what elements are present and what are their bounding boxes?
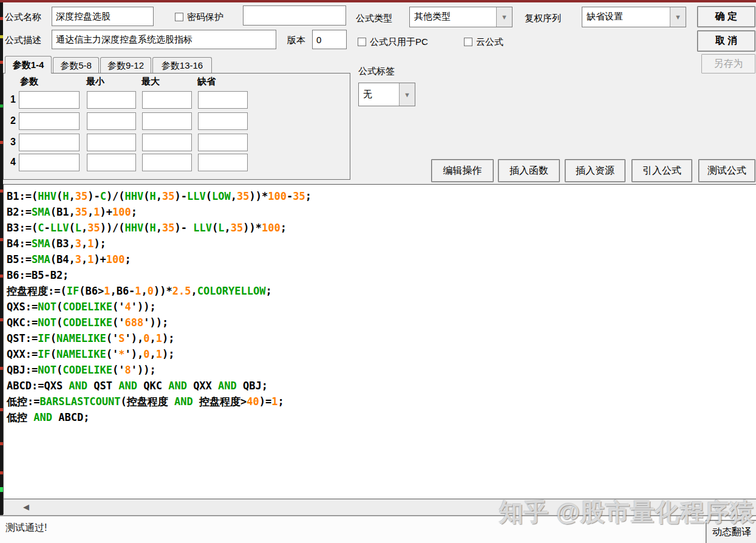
param-input-1-min[interactable] — [87, 91, 136, 109]
edit-operations-button[interactable]: 编辑操作 — [431, 159, 494, 182]
save-as-button[interactable]: 另存为 — [701, 54, 755, 73]
watermark: 知乎 @股市量化程序猿 — [499, 496, 755, 529]
code-line: QBJ:=NOT(CODELIKE('8')); — [7, 362, 756, 378]
cancel-button[interactable]: 取 消 — [697, 30, 755, 52]
code-editor[interactable]: B1:=(HHV(H,35)-C)/(HHV(H,35)-LLV(LOW,35)… — [3, 184, 756, 499]
code-line: B4:=SMA(B3,3,1); — [7, 236, 756, 251]
code-line: B2:=SMA(B1,35,1)+100; — [7, 204, 756, 220]
ok-button[interactable]: 确 定 — [697, 6, 755, 27]
insert-function-button[interactable]: 插入函数 — [498, 159, 560, 182]
code-line: QKC:=NOT(CODELIKE('688')); — [7, 315, 756, 330]
param-row-label: 2 — [10, 115, 16, 126]
param-input-2-max[interactable] — [142, 112, 192, 130]
pc-only-checkbox[interactable] — [358, 38, 366, 46]
test-formula-button[interactable]: 测试公式 — [698, 159, 755, 182]
param-input-4-default[interactable] — [198, 154, 248, 171]
formula-type-value: 其他类型 — [410, 7, 496, 27]
param-input-1-default[interactable] — [198, 91, 248, 109]
param-input-2-default[interactable] — [198, 112, 248, 130]
scroll-left-icon[interactable]: ◀ — [21, 502, 32, 512]
param-input-4-min[interactable] — [87, 154, 136, 171]
code-line: B3:=(C-LLV(L,35))/(HHV(H,35)- LLV(L,35))… — [7, 220, 756, 236]
formula-name-label: 公式名称 — [5, 12, 41, 23]
code-line: 低控:=BARSLASTCOUNT(控盘程度 AND 控盘程度>40)=1; — [7, 394, 756, 409]
tab-params-13-16[interactable]: 参数13-16 — [152, 57, 212, 73]
param-row-label: 4 — [10, 157, 16, 168]
chevron-down-icon[interactable]: ▼ — [496, 7, 512, 27]
formula-type-dropdown[interactable]: 其他类型 ▼ — [409, 7, 513, 27]
adjust-series-dropdown[interactable]: 缺省设置 ▼ — [582, 7, 686, 27]
formula-tag-dropdown[interactable]: 无 ▼ — [358, 83, 415, 106]
param-input-2-name[interactable] — [19, 112, 80, 130]
param-col-header: 参数 — [20, 76, 38, 87]
adjust-series-label: 复权序列 — [525, 13, 561, 24]
status-message: 测试通过! — [5, 522, 47, 534]
formula-editor-dialog: 公式名称 密码保护 公式类型 其他类型 ▼ 复权序列 缺省设置 ▼ 确 定 公式… — [0, 0, 756, 543]
password-input[interactable] — [243, 5, 346, 26]
chevron-down-icon[interactable]: ▼ — [670, 7, 686, 27]
code-line: 控盘程度:=(IF(B6>1,B6-1,0))*2.5,COLORYELLOW; — [7, 283, 756, 299]
code-line: 低控 AND ABCD; — [7, 409, 756, 425]
param-input-1-name[interactable] — [19, 91, 80, 109]
param-col-header: 缺省 — [197, 76, 216, 87]
param-row-label: 1 — [10, 94, 16, 105]
version-label: 版本 — [287, 35, 305, 46]
formula-tag-value: 无 — [359, 83, 399, 106]
cloud-formula-checkbox[interactable] — [464, 38, 472, 46]
code-line: B5:=SMA(B4,3,1)+100; — [7, 251, 756, 267]
param-input-1-max[interactable] — [142, 91, 192, 109]
chevron-down-icon[interactable]: ▼ — [399, 83, 415, 106]
param-row-label: 3 — [10, 137, 16, 148]
window-top-edge — [0, 0, 756, 2]
code-line: QST:=IF(NAMELIKE('S'),0,1); — [7, 330, 756, 346]
tab-params-5-8[interactable]: 参数5-8 — [53, 57, 99, 73]
param-col-header: 最大 — [141, 76, 160, 87]
insert-resource-button[interactable]: 插入资源 — [565, 159, 625, 182]
tab-params-9-12[interactable]: 参数9-12 — [100, 57, 151, 73]
formula-type-label: 公式类型 — [356, 13, 392, 24]
code-line: ABCD:=QXS AND QST AND QKC AND QXX AND QB… — [7, 378, 756, 394]
code-line: B6:=B5-B2; — [7, 267, 756, 283]
code-line: B1:=(HHV(H,35)-C)/(HHV(H,35)-LLV(LOW,35)… — [7, 188, 756, 204]
param-input-4-name[interactable] — [19, 154, 80, 171]
param-input-3-min[interactable] — [87, 134, 136, 151]
param-panel: 参数 最小 最大 缺省 1 2 3 4 — [3, 73, 350, 180]
password-protect-checkbox[interactable] — [175, 13, 183, 21]
version-input[interactable] — [312, 30, 347, 49]
tab-params-1-4[interactable]: 参数1-4 — [5, 56, 52, 73]
param-col-header: 最小 — [86, 76, 104, 87]
param-input-3-default[interactable] — [198, 134, 248, 151]
param-input-3-max[interactable] — [142, 134, 192, 151]
param-tabs: 参数1-4 参数5-8 参数9-12 参数13-16 — [3, 56, 213, 73]
param-input-2-min[interactable] — [87, 112, 136, 130]
password-protect-label: 密码保护 — [187, 12, 223, 23]
param-input-3-name[interactable] — [19, 134, 80, 151]
formula-tag-label: 公式标签 — [358, 66, 395, 77]
code-line: QXX:=IF(NAMELIKE('*'),0,1); — [7, 346, 756, 362]
import-formula-button[interactable]: 引入公式 — [632, 159, 692, 182]
adjust-series-value: 缺省设置 — [582, 7, 670, 27]
code-line: QXS:=NOT(CODELIKE('4')); — [7, 299, 756, 315]
param-input-4-max[interactable] — [142, 154, 192, 171]
formula-desc-label: 公式描述 — [5, 35, 41, 46]
cloud-formula-label: 云公式 — [476, 36, 503, 48]
formula-name-input[interactable] — [52, 7, 154, 26]
formula-desc-input[interactable] — [52, 30, 276, 49]
pc-only-label: 公式只用于PC — [370, 36, 428, 48]
